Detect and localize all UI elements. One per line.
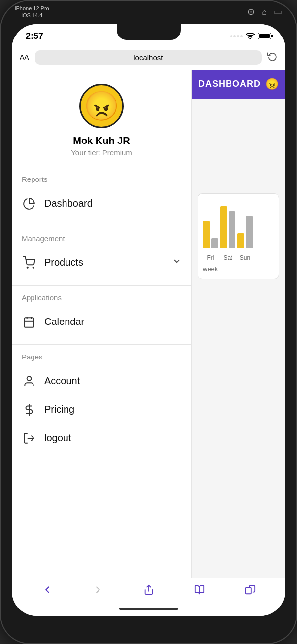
bar-chart: Fri Sat Sun week (203, 201, 274, 273)
svg-point-0 (250, 38, 251, 38)
nav-section-label-reports: Reports (12, 175, 191, 189)
nav-item-products[interactable]: Products (12, 249, 191, 277)
nav-item-calendar[interactable]: Calendar (12, 308, 191, 336)
bar-sun-gray (246, 216, 253, 248)
dashboard-spacer (192, 99, 285, 187)
home-screen-icon[interactable]: ⌂ (262, 7, 267, 17)
chart-label-sun: Sun (237, 254, 253, 261)
chart-label-fri: Fri (203, 254, 218, 261)
screenshot-icon[interactable]: ⊙ (247, 6, 255, 17)
nav-item-logout[interactable]: logout (12, 424, 191, 453)
person-icon (22, 374, 36, 389)
browser-tabs-button[interactable] (245, 584, 256, 598)
bars-container (203, 201, 274, 250)
simulator-bar: iPhone 12 Pro iOS 14.4 ⊙ ⌂ ▭ (0, 0, 297, 24)
status-icons (230, 32, 271, 40)
browser-url-bar[interactable]: localhost (35, 50, 262, 65)
lock-icon[interactable]: ▭ (274, 6, 282, 17)
browser-share-button[interactable] (143, 584, 154, 598)
dashboard-title: DASHBOARD (198, 79, 261, 89)
nav-label-calendar: Calendar (44, 316, 181, 327)
phone-device: iPhone 12 Pro iOS 14.4 ⊙ ⌂ ▭ 2:57 (0, 0, 297, 644)
svg-point-7 (27, 376, 32, 381)
ios-status-bar: 2:57 (12, 24, 285, 46)
nav-label-pricing: Pricing (44, 404, 181, 415)
bar-sat-yellow (220, 206, 227, 248)
bar-sat-gray (229, 211, 235, 248)
avatar: 😠 (79, 84, 124, 128)
chart-labels: Fri Sat Sun (203, 254, 274, 261)
home-indicator (12, 602, 285, 616)
nav-section-label-applications: Applications (12, 293, 191, 308)
device-name: iPhone 12 Pro iOS 14.4 (15, 5, 49, 19)
browser-refresh-button[interactable] (267, 51, 277, 64)
nav-label-dashboard: Dashboard (44, 198, 181, 209)
nav-section-label-management: Management (12, 234, 191, 249)
logout-icon (22, 431, 36, 446)
nav-label-account: Account (44, 375, 181, 387)
chart-footer: week (203, 265, 274, 273)
svg-rect-3 (24, 318, 34, 327)
battery-icon (258, 33, 271, 39)
nav-item-dashboard[interactable]: Dashboard (12, 189, 191, 218)
bar-fri-gray (211, 238, 218, 248)
signal-strength (230, 35, 243, 37)
svg-rect-11 (245, 587, 251, 594)
nav-section-label-pages: Pages (12, 353, 191, 367)
bar-group-fri (203, 221, 218, 248)
bar-fri-yellow (203, 221, 210, 248)
simulator-icons: ⊙ ⌂ ▭ (247, 6, 282, 17)
sidebar: 😠 Mok Kuh JR Your tier: Premium Reports (12, 70, 192, 578)
nav-label-products: Products (44, 257, 165, 268)
home-bar[interactable] (119, 608, 178, 610)
nav-label-logout: logout (44, 432, 181, 444)
nav-item-pricing[interactable]: Pricing (12, 395, 191, 424)
chart-label-sat: Sat (220, 254, 235, 261)
browser-bar: AA localhost (12, 46, 285, 70)
dashboard-header: DASHBOARD 😠 (192, 70, 285, 99)
dollar-icon (22, 402, 36, 417)
chevron-down-icon (172, 257, 181, 268)
browser-aa-button[interactable]: AA (20, 53, 29, 61)
profile-name: Mok Kuh JR (73, 135, 130, 146)
phone-screen: 2:57 (12, 24, 285, 616)
svg-point-2 (33, 267, 34, 268)
browser-back-button[interactable] (42, 584, 53, 598)
calendar-icon (22, 315, 36, 329)
notch (117, 24, 181, 40)
bar-group-sun (237, 216, 253, 248)
browser-bookmarks-button[interactable] (194, 584, 205, 598)
dashboard-panel: DASHBOARD 😠 (192, 70, 285, 578)
nav-section-pages: Pages Account (12, 345, 191, 461)
status-time: 2:57 (26, 31, 43, 41)
svg-point-1 (27, 267, 28, 268)
profile-tier: Your tier: Premium (71, 148, 132, 157)
content-area: 😠 Mok Kuh JR Your tier: Premium Reports (12, 70, 285, 578)
avatar-emoji: 😠 (84, 92, 119, 120)
cart-icon (22, 255, 36, 270)
dashboard-emoji: 😠 (265, 78, 279, 91)
nav-section-reports: Reports Dashboard (12, 167, 191, 226)
browser-navigation (12, 578, 285, 602)
bar-group-sat (220, 206, 235, 248)
chart-pie-icon (22, 196, 36, 211)
bar-sun-yellow (237, 233, 244, 248)
profile-section: 😠 Mok Kuh JR Your tier: Premium (12, 70, 191, 167)
wifi-icon (246, 32, 255, 40)
nav-item-account[interactable]: Account (12, 367, 191, 395)
browser-forward-button[interactable] (93, 584, 103, 598)
chart-area: Fri Sat Sun week (198, 193, 279, 279)
nav-section-applications: Applications Calendar (12, 286, 191, 345)
nav-section-management: Management Products (12, 226, 191, 286)
